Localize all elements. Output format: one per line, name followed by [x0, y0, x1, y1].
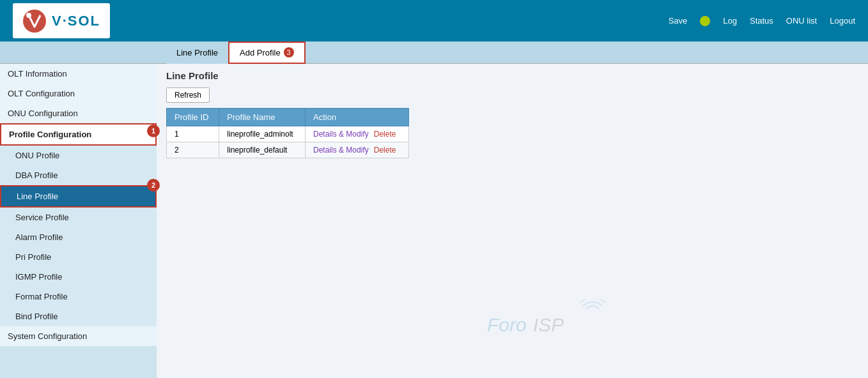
tab-add-profile[interactable]: Add Profile 3 [228, 42, 306, 64]
nav-logout[interactable]: Logout [830, 16, 855, 26]
svg-point-1 [26, 13, 31, 18]
sidebar-item-alarm-profile[interactable]: Alarm Profile [0, 227, 157, 247]
sidebar-item-line-profile[interactable]: Line Profile [0, 185, 157, 208]
annotation-badge-2: 2 [147, 179, 160, 192]
profile-table: Profile ID Profile Name Action 1lineprof… [166, 108, 409, 158]
logo: V·SOL [13, 3, 110, 38]
svg-text:Foro: Foro [487, 314, 527, 335]
delete-link[interactable]: Delete [374, 130, 396, 139]
svg-point-0 [23, 10, 46, 33]
details-modify-link[interactable]: Details & Modify [313, 146, 369, 155]
cell-profile-id: 2 [167, 142, 219, 158]
table-row: 2lineprofile_defaultDetails & ModifyDele… [167, 142, 409, 158]
nav-status[interactable]: Status [750, 16, 773, 26]
logo-text: V·SOL [52, 13, 100, 29]
tab-line-profile[interactable]: Line Profile [166, 42, 228, 64]
header: V·SOL Save Log Status ONU list Logout [0, 0, 868, 42]
sidebar-item-system-configuration[interactable]: System Configuration [0, 326, 157, 346]
sidebar-item-format-profile[interactable]: Format Profile [0, 287, 157, 306]
content-area: 1 2 Line Profile Refresh Profile ID Prof… [157, 64, 868, 378]
sidebar-item-onu-profile[interactable]: ONU Profile [0, 146, 157, 165]
col-profile-id: Profile ID [167, 109, 219, 126]
tab-badge: 3 [284, 47, 294, 57]
svg-text:ISP: ISP [533, 314, 564, 335]
page-title: Line Profile [166, 70, 858, 81]
cell-action: Details & ModifyDelete [306, 142, 409, 158]
col-action: Action [306, 109, 409, 126]
delete-link[interactable]: Delete [374, 146, 396, 155]
watermark: Foro ISP [487, 299, 615, 340]
sidebar-item-olt-configuration[interactable]: OLT Configuration [0, 84, 157, 103]
nav-log[interactable]: Log [723, 16, 737, 26]
sidebar-item-pri-profile[interactable]: Pri Profile [0, 247, 157, 267]
sidebar-item-bind-profile[interactable]: Bind Profile [0, 306, 157, 326]
save-label[interactable]: Save [669, 16, 688, 26]
cell-profile-id: 1 [167, 126, 219, 142]
sidebar-item-profile-configuration[interactable]: Profile Configuration [0, 123, 157, 146]
sidebar-item-olt-information[interactable]: OLT Information [0, 64, 157, 84]
sidebar: OLT Information OLT Configuration ONU Co… [0, 64, 157, 378]
annotation-badge-1: 1 [147, 125, 160, 137]
nav-onu-list[interactable]: ONU list [786, 16, 817, 26]
sidebar-item-service-profile[interactable]: Service Profile [0, 208, 157, 227]
status-indicator [700, 16, 710, 26]
cell-profile-name: lineprofile_default [219, 142, 306, 158]
cell-profile-name: lineprofile_adminolt [219, 126, 306, 142]
header-nav: Save Log Status ONU list Logout [669, 16, 855, 26]
sidebar-item-igmp-profile[interactable]: IGMP Profile [0, 267, 157, 287]
details-modify-link[interactable]: Details & Modify [313, 130, 369, 139]
cell-action: Details & ModifyDelete [306, 126, 409, 142]
table-row: 1lineprofile_adminoltDetails & ModifyDel… [167, 126, 409, 142]
col-profile-name: Profile Name [219, 109, 306, 126]
main-layout: OLT Information OLT Configuration ONU Co… [0, 64, 868, 378]
tab-bar: Line Profile Add Profile 3 [0, 42, 868, 64]
sidebar-item-onu-configuration[interactable]: ONU Configuration [0, 103, 157, 123]
sidebar-item-dba-profile[interactable]: DBA Profile [0, 165, 157, 185]
vsol-logo-icon [22, 9, 47, 33]
refresh-button[interactable]: Refresh [166, 87, 210, 103]
